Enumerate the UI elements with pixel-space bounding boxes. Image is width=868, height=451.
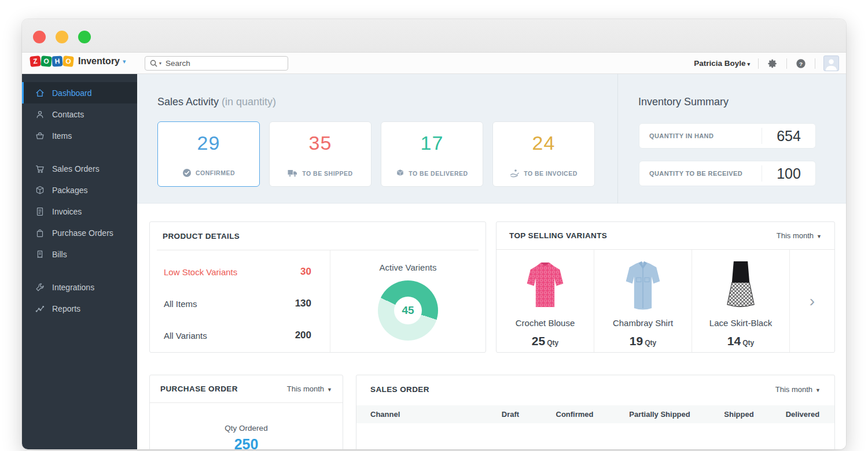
main-content: Sales Activity (in quantity) 29 CONFIRME… [137,74,846,449]
sales-order-title: SALES ORDER [370,385,429,394]
product-details-list: Low Stock Variants 30 All Items 130 All … [150,250,330,352]
qty-ordered-label: Qty Ordered [150,424,343,432]
all-variants-label: All Variants [164,331,207,341]
variant-chambray-shirt[interactable]: Chambray Shirt 19Qty [594,250,692,352]
app-switcher-caret-icon[interactable]: ▾ [123,58,126,65]
variant-qty: 19 [630,334,643,348]
chart-icon [35,304,45,314]
sidebar-group-gap [22,146,137,158]
logo-tile: O [62,56,74,67]
all-variants-value: 200 [295,330,311,341]
app-name: Inventory [78,56,120,66]
confirmed-card[interactable]: 29 CONFIRMED [157,121,260,187]
table-row-amazon-web-services[interactable]: Amazon Web Services 0 25 55 60 120 [356,447,834,449]
quantity-to-be-received-row[interactable]: QUANTITY TO BE RECEIVED 100 [639,161,816,186]
user-avatar[interactable] [823,56,839,71]
variant-qty: 14 [727,334,741,348]
purchase-order-title: PURCHASE ORDER [160,385,238,393]
sales-activity-subtitle: (in quantity) [222,96,276,108]
contacts-icon [35,109,45,120]
to-be-shipped-card[interactable]: 35 TO BE SHIPPED [269,121,372,187]
cart-icon [35,164,45,174]
column-header-shipped: Shipped [708,410,770,419]
inventory-summary-title: Inventory Summary [638,96,729,108]
search-box[interactable]: ▾ [145,56,288,71]
to-be-delivered-card[interactable]: 17 TO BE DELIVERED [381,121,483,187]
variant-name: Crochet Blouse [496,318,594,328]
bag-icon [35,228,45,238]
quantity-in-hand-row[interactable]: QUANTITY IN HAND 654 [639,123,816,149]
sidebar-item-sales-orders[interactable]: Sales Orders [22,158,137,179]
chevron-down-icon: ▼ [327,387,332,393]
sidebar-item-label: Purchase Orders [52,228,113,238]
sidebar-item-bills[interactable]: Bills [22,243,137,265]
sidebar-item-items[interactable]: Items [22,125,137,146]
app-window: Z O H O Inventory ▾ ▾ Patricia Boyle▾ ? [22,19,846,449]
purchase-order-card: PURCHASE ORDER This month▼ Qty Ordered 2… [149,375,343,449]
variant-qty-unit: Qty [547,339,558,347]
sidebar-item-integrations[interactable]: Integrations [22,276,137,298]
carousel-next-chevron-icon[interactable]: › [790,250,834,352]
all-variants-row[interactable]: All Variants 200 [150,321,330,349]
minimize-window-button[interactable] [56,31,68,43]
basket-icon [35,131,45,141]
logo-tile: O [41,56,52,67]
to-be-invoiced-count: 24 [493,132,594,154]
sidebar-item-label: Items [52,131,72,141]
sidebar-item-contacts[interactable]: Contacts [22,103,137,125]
variant-lace-skirt-black[interactable]: Lace Skirt-Black 14Qty [692,250,790,352]
sidebar-item-purchase-orders[interactable]: Purchase Orders [22,222,137,243]
quantity-to-be-received-value: 100 [762,165,815,182]
low-stock-variants-label: Low Stock Variants [164,267,237,277]
svg-text:?: ? [799,60,803,66]
close-window-button[interactable] [33,31,46,43]
low-stock-variants-row[interactable]: Low Stock Variants 30 [150,258,330,286]
sidebar-item-packages[interactable]: Packages [22,179,137,201]
check-circle-icon [182,168,192,178]
variant-name: Chambray Shirt [594,318,692,328]
to-be-delivered-count: 17 [381,132,483,154]
quantity-in-hand-label: QUANTITY IN HAND [639,128,762,144]
logo-tile: H [52,56,62,66]
sidebar-item-dashboard[interactable]: Dashboard [22,82,137,103]
chevron-down-icon: ▼ [815,387,821,393]
zoho-inventory-logo[interactable]: Z O H O Inventory ▾ [30,56,126,66]
all-items-row[interactable]: All Items 130 [150,290,330,317]
sales-order-period-dropdown[interactable]: This month▼ [775,385,821,394]
search-icon [150,60,157,67]
search-scope-caret-icon[interactable]: ▾ [159,61,161,66]
divider [815,58,815,69]
divider [786,58,787,69]
low-stock-variants-value: 30 [300,266,311,278]
sidebar-item-label: Packages [52,186,87,195]
sidebar-item-label: Integrations [52,283,94,292]
invoice-icon [35,206,45,217]
qty-ordered-value: 250 [150,436,343,449]
variant-qty-unit: Qty [645,339,656,347]
receipt-icon [35,249,45,260]
search-input[interactable] [165,59,283,68]
sales-activity-title: Sales Activity (in quantity) [157,96,276,108]
maximize-window-button[interactable] [78,31,91,43]
hand-coin-icon [510,169,520,178]
chevron-down-icon: ▼ [816,234,822,239]
help-icon[interactable]: ? [795,58,807,69]
to-be-delivered-label: TO BE DELIVERED [409,170,468,177]
column-header-draft: Draft [483,410,538,419]
sidebar-item-reports[interactable]: Reports [22,298,137,319]
top-selling-period-dropdown[interactable]: This month▼ [777,231,822,240]
variant-crochet-blouse[interactable]: Crochet Blouse 25Qty [496,250,594,352]
column-header-channel: Channel [356,410,483,419]
sales-order-table-header: Channel Draft Confirmed Partially Shippe… [356,405,834,423]
purchase-order-period-dropdown[interactable]: This month▼ [287,385,332,393]
settings-gear-icon[interactable] [767,58,778,69]
chambray-shirt-image [616,258,670,313]
quantity-to-be-received-label: QUANTITY TO BE RECEIVED [639,165,762,182]
sidebar-item-invoices[interactable]: Invoices [22,201,137,222]
all-items-value: 130 [295,298,311,309]
variant-qty-unit: Qty [742,339,754,347]
to-be-invoiced-card[interactable]: 24 TO BE INVOICED [492,121,595,187]
column-header-partially-shipped: Partially Shipped [611,410,708,419]
user-menu[interactable]: Patricia Boyle▾ [694,59,750,68]
sidebar-item-label: Invoices [52,207,82,216]
